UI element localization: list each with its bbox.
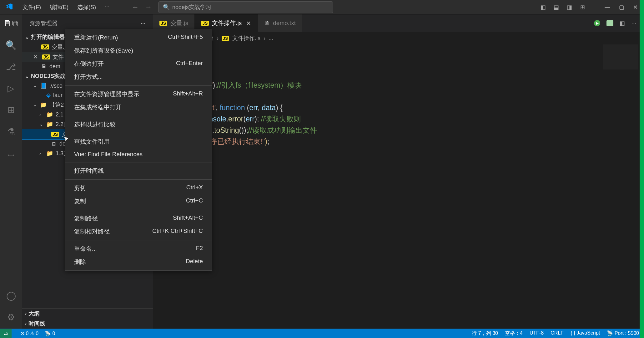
- extensions-icon[interactable]: ⊞: [8, 105, 15, 115]
- testing-icon[interactable]: ⚗: [7, 126, 15, 137]
- vscode-logo-icon: [6, 3, 13, 12]
- run-debug-icon[interactable]: ▷: [8, 83, 14, 94]
- tab-label: demo.txt: [273, 20, 296, 27]
- remote-indicator[interactable]: ⇄: [0, 329, 12, 338]
- context-menu-item[interactable]: 复制Ctrl+C: [65, 195, 212, 208]
- menu-label: 复制路径: [74, 214, 98, 223]
- menu-more[interactable]: ···: [101, 2, 113, 13]
- status-encoding[interactable]: UTF-8: [530, 330, 544, 337]
- explorer-icon[interactable]: 🗎⧉: [3, 18, 18, 29]
- outline-header[interactable]: › 大纲: [22, 309, 153, 319]
- search-activity-icon[interactable]: 🔍: [6, 40, 17, 50]
- menu-label: 打开时间线: [74, 167, 104, 175]
- context-menu-item[interactable]: 重命名...F2: [65, 242, 212, 255]
- close-window-icon[interactable]: ✕: [633, 4, 638, 11]
- layout-panel-right-icon[interactable]: ◨: [566, 4, 573, 11]
- vscode-folder-icon: 📘: [40, 82, 47, 89]
- status-lang[interactable]: { } JavaScript: [571, 330, 600, 337]
- breadcrumb[interactable]: 基础】 › 2.2回调函数 › JS 文件操作.js › ...: [153, 32, 644, 44]
- menu-label: Vue: Find File References: [74, 151, 143, 158]
- menu-shortcut: Ctrl+X: [186, 184, 203, 192]
- sidebar-more-icon[interactable]: ···: [141, 20, 145, 27]
- chevron-right-icon: ›: [25, 311, 27, 316]
- menu-label: 复制相对路径: [74, 228, 110, 236]
- context-menu-item[interactable]: 在文件资源管理器中显示Shift+Alt+R: [65, 88, 212, 101]
- chevron-icon: ⌄: [33, 102, 38, 107]
- status-spaces[interactable]: 空格：4: [505, 330, 523, 337]
- sidebar-title: 资源管理器: [29, 19, 58, 27]
- menu-separator: [65, 162, 212, 162]
- menu-label: 保存到所有设备(Save): [74, 47, 133, 55]
- account-icon[interactable]: ◯: [6, 290, 16, 301]
- layout-customize-icon[interactable]: ⊞: [579, 4, 586, 11]
- context-menu-item[interactable]: 在侧边打开Ctrl+Enter: [65, 57, 212, 70]
- tab-more-icon[interactable]: ···: [631, 20, 636, 27]
- code-line: if (err) return console.error(err); //读取…: [153, 113, 644, 125]
- status-port[interactable]: 📡 Port : 5500: [607, 330, 639, 337]
- layout-panel-left-icon[interactable]: ◧: [540, 4, 546, 11]
- chevron-icon: ›: [39, 112, 44, 117]
- context-menu-item[interactable]: 查找文件引用: [65, 135, 212, 148]
- context-menu-item[interactable]: 选择以进行比较: [65, 118, 212, 131]
- file-icon: 🗎: [51, 141, 57, 147]
- context-menu-item[interactable]: 打开时间线: [65, 164, 212, 177]
- context-menu-item[interactable]: 重新运行(Rerun)Ctrl+Shift+F5: [65, 31, 212, 44]
- layout-panel-bottom-icon[interactable]: ⬓: [553, 4, 560, 11]
- code-editor[interactable]: t fs = require("fs");//引入fs（filesystem）模…: [153, 44, 644, 329]
- folder-icon: 📁: [46, 121, 53, 128]
- context-menu-item[interactable]: Vue: Find File References: [65, 148, 212, 160]
- folder-icon: 📁: [46, 111, 53, 118]
- js-badge-icon: JS: [222, 36, 229, 41]
- settings-gear-icon[interactable]: ⚙: [7, 312, 15, 322]
- menu-separator: [65, 240, 212, 240]
- minimize-icon[interactable]: —: [605, 4, 610, 11]
- file-label: 文件: [53, 53, 64, 61]
- source-control-icon[interactable]: ⎇: [6, 62, 16, 72]
- context-menu-item[interactable]: 剪切Ctrl+X: [65, 182, 212, 195]
- timeline-header[interactable]: › 时间线: [22, 319, 153, 329]
- status-line-col[interactable]: 行 7，列 30: [472, 330, 498, 337]
- context-menu: 重新运行(Rerun)Ctrl+Shift+F5保存到所有设备(Save)在侧边…: [65, 29, 212, 271]
- context-menu-item[interactable]: 复制相对路径Ctrl+K Ctrl+Shift+C: [65, 225, 212, 238]
- chevron-right-icon: ›: [25, 321, 27, 326]
- editor-tab[interactable]: 🗎demo.txt: [258, 14, 302, 32]
- context-menu-item[interactable]: 在集成终端中打开: [65, 101, 212, 114]
- menu-file[interactable]: 文件(F): [19, 2, 45, 13]
- status-ports[interactable]: 📡 0: [45, 330, 55, 336]
- terminal-icon[interactable]: ⎵: [8, 148, 14, 158]
- js-badge-icon: JS: [201, 21, 209, 26]
- chevron-icon: ⌄: [33, 83, 38, 88]
- bot-icon[interactable]: [606, 20, 613, 26]
- statusbar: ⇄ ⊘ 0 ⚠ 0 📡 0 行 7，列 30 空格：4 UTF-8 CRLF {…: [0, 329, 644, 338]
- activitybar: 🗎⧉ 🔍 ⎇ ▷ ⊞ ⚗ ⎵ ◯ ⚙: [0, 14, 22, 329]
- menu-edit[interactable]: 编辑(E): [46, 2, 72, 13]
- context-menu-item[interactable]: 保存到所有设备(Save): [65, 44, 212, 57]
- file-icon: 🗎: [264, 20, 270, 27]
- context-menu-item[interactable]: 打开方式...: [65, 70, 212, 84]
- nav-forward-icon[interactable]: →: [145, 3, 152, 11]
- menu-select[interactable]: 选择(S): [73, 2, 100, 13]
- run-button-icon[interactable]: ▶: [594, 20, 600, 26]
- menu-separator: [65, 85, 212, 86]
- code-line: eadFile('demo.txt', function (err, data)…: [153, 102, 644, 113]
- status-errors[interactable]: ⊘ 0 ⚠ 0: [20, 330, 38, 336]
- context-menu-item[interactable]: 删除Delete: [65, 255, 212, 269]
- menu-separator: [65, 133, 212, 133]
- menu-shortcut: Ctrl+Shift+F5: [168, 33, 203, 42]
- code-line: t fs = require("fs");//引入fs（filesystem）模…: [153, 79, 644, 91]
- menu-shortcut: Ctrl+C: [186, 197, 203, 205]
- close-tab-icon[interactable]: ✕: [246, 20, 251, 27]
- command-center[interactable]: 🔍 nodejs实战学习: [158, 1, 333, 13]
- maximize-icon[interactable]: ▢: [619, 4, 624, 11]
- search-text: nodejs实战学习: [172, 3, 211, 11]
- status-eol[interactable]: CRLF: [551, 330, 564, 337]
- menu-separator: [65, 116, 212, 116]
- code-line: ole.log("Node程序已经执行结束!");: [153, 136, 644, 147]
- nav-back-icon[interactable]: ←: [132, 3, 139, 11]
- context-menu-item[interactable]: 复制路径Shift+Alt+C: [65, 212, 212, 225]
- js-badge-icon: JS: [159, 21, 167, 26]
- split-editor-icon[interactable]: ◧: [620, 20, 625, 27]
- close-icon[interactable]: ✕: [33, 54, 38, 60]
- chevron-icon: ⌄: [39, 122, 44, 127]
- minimap[interactable]: [603, 44, 638, 69]
